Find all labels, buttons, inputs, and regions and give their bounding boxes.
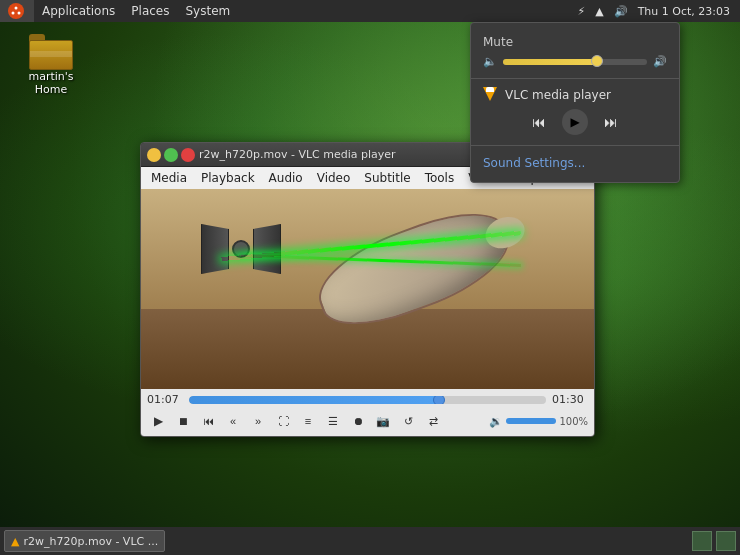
applications-menu[interactable]: Applications (34, 0, 123, 22)
ubuntu-logo-icon (8, 3, 24, 19)
menu-playback[interactable]: Playback (195, 167, 261, 189)
mute-label: Mute (483, 35, 667, 49)
menu-audio[interactable]: Audio (263, 167, 309, 189)
volume-slider[interactable] (503, 59, 647, 65)
eq-button-vlc[interactable]: ≡ (297, 410, 319, 432)
popup-divider (471, 78, 679, 79)
tie-fighter (201, 219, 281, 279)
play-button-popup[interactable]: ▶ (562, 109, 588, 135)
menu-video[interactable]: Video (311, 167, 357, 189)
video-scene (141, 189, 594, 389)
taskbar-vlc-item[interactable]: ▲ r2w_h720p.mov - VLC ... (4, 530, 165, 552)
prev-button-vlc[interactable]: ⏮ (197, 410, 219, 432)
vlc-window: r2w_h720p.mov - VLC media player Media P… (140, 142, 595, 437)
clock[interactable]: Thu 1 Oct, 23:03 (634, 0, 734, 22)
slower-button-vlc[interactable]: « (222, 410, 244, 432)
system-menu[interactable]: System (177, 0, 238, 22)
vlc-controls: 01:07 01:30 ▶ ⏹ ⏮ « » ⛶ ≡ ☰ ⏺ 📷 ↺ ⇄ (141, 389, 594, 436)
desktop-icon-home[interactable]: martin's Home (16, 34, 86, 96)
vol-mini-fill (506, 418, 556, 424)
svg-point-2 (18, 12, 21, 15)
menu-playback-label: Playback (201, 171, 255, 185)
minimize-button[interactable] (147, 148, 161, 162)
tie-wing-right (253, 224, 281, 274)
workspace-1-button[interactable] (692, 531, 712, 551)
menu-tools[interactable]: Tools (419, 167, 461, 189)
popup-divider-2 (471, 145, 679, 146)
menu-subtitle[interactable]: Subtitle (358, 167, 416, 189)
menu-media-label: Media (151, 171, 187, 185)
tie-wing-left (201, 224, 229, 274)
mute-section: Mute 🔈 🔊 (471, 31, 679, 72)
window-controls (147, 148, 195, 162)
menu-video-label: Video (317, 171, 351, 185)
folder-icon (29, 34, 73, 70)
top-panel: Applications Places System ⚡ ▲ 🔊 Thu 1 O… (0, 0, 740, 22)
taskbar: ▲ r2w_h720p.mov - VLC ... (0, 527, 740, 555)
vlc-video-area[interactable] (141, 189, 594, 389)
menu-tools-label: Tools (425, 171, 455, 185)
volume-popup: Mute 🔈 🔊 VLC media player ⏮ ▶ ⏭ Sound Se… (470, 22, 680, 183)
volume-mini: 🔉 100% (489, 415, 588, 428)
current-time: 01:07 (147, 393, 183, 406)
close-button[interactable] (181, 148, 195, 162)
button-row: ▶ ⏹ ⏮ « » ⛶ ≡ ☰ ⏺ 📷 ↺ ⇄ 🔉 100% (147, 410, 588, 432)
menu-media[interactable]: Media (145, 167, 193, 189)
menu-subtitle-label: Subtitle (364, 171, 410, 185)
progress-thumb[interactable] (433, 396, 445, 404)
prev-button-popup[interactable]: ⏮ (528, 111, 550, 133)
sound-settings-link[interactable]: Sound Settings... (471, 152, 679, 174)
ubuntu-logo-button[interactable] (0, 0, 34, 22)
vol-mini-bar[interactable] (506, 418, 556, 424)
network-indicator[interactable]: ▲ (591, 0, 607, 22)
applications-label: Applications (42, 4, 115, 18)
progress-bar[interactable] (189, 396, 546, 404)
fullscreen-button-vlc[interactable]: ⛶ (272, 410, 294, 432)
folder-body (29, 40, 73, 70)
snapshot-button-vlc[interactable]: 📷 (372, 410, 394, 432)
volume-row: 🔈 🔊 (483, 55, 667, 68)
taskbar-vlc-label: r2w_h720p.mov - VLC ... (23, 535, 158, 548)
svg-point-1 (15, 7, 18, 10)
workspace-2-button[interactable] (716, 531, 736, 551)
panel-left: Applications Places System (0, 0, 573, 22)
playlist-button-vlc[interactable]: ☰ (322, 410, 344, 432)
taskbar-vlc-icon: ▲ (11, 535, 19, 548)
panel-right: ⚡ ▲ 🔊 Thu 1 Oct, 23:03 (573, 0, 740, 22)
vol-min-icon: 🔈 (483, 55, 497, 68)
vol-pct-label: 100% (559, 416, 588, 427)
clock-label: Thu 1 Oct, 23:03 (638, 5, 730, 18)
stop-button-vlc[interactable]: ⏹ (172, 410, 194, 432)
volume-indicator[interactable]: 🔊 (610, 0, 632, 22)
volume-slider-fill (503, 59, 597, 65)
vol-max-icon: 🔊 (653, 55, 667, 68)
faster-button-vlc[interactable]: » (247, 410, 269, 432)
progress-fill (189, 396, 439, 404)
svg-point-3 (12, 12, 15, 15)
icon-label: martin's Home (16, 70, 86, 96)
places-label: Places (131, 4, 169, 18)
network-icon: ▲ (595, 5, 603, 18)
desktop: Applications Places System ⚡ ▲ 🔊 Thu 1 O… (0, 0, 740, 555)
popup-controls: ⏮ ▶ ⏭ (471, 105, 679, 139)
menu-audio-label: Audio (269, 171, 303, 185)
next-button-popup[interactable]: ⏭ (600, 111, 622, 133)
bluetooth-indicator[interactable]: ⚡ (573, 0, 589, 22)
system-label: System (185, 4, 230, 18)
play-button-vlc[interactable]: ▶ (147, 410, 169, 432)
total-time: 01:30 (552, 393, 588, 406)
popup-app-name: VLC media player (505, 88, 667, 102)
places-menu[interactable]: Places (123, 0, 177, 22)
random-button-vlc[interactable]: ⇄ (422, 410, 444, 432)
vol-mini-icon: 🔉 (489, 415, 503, 428)
volume-slider-thumb[interactable] (591, 55, 603, 67)
maximize-button[interactable] (164, 148, 178, 162)
volume-icon: 🔊 (614, 5, 628, 18)
folder-stripe (30, 51, 72, 57)
loop-button-vlc[interactable]: ↺ (397, 410, 419, 432)
popup-app-header: VLC media player (471, 85, 679, 105)
vlc-cone-icon (483, 87, 497, 101)
progress-row: 01:07 01:30 (147, 393, 588, 406)
vlc-icon-small (483, 87, 499, 103)
record-button-vlc[interactable]: ⏺ (347, 410, 369, 432)
